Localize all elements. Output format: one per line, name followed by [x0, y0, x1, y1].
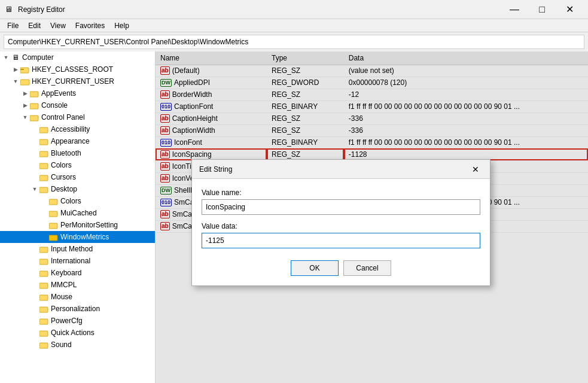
menu-edit[interactable]: Edit	[23, 19, 45, 32]
international-icon	[39, 257, 49, 265]
expand-controlpanel[interactable]	[20, 113, 30, 122]
expand-mouse	[30, 292, 39, 302]
svg-rect-19	[39, 175, 48, 181]
expand-hkcr[interactable]	[11, 65, 20, 74]
expand-personalization	[30, 304, 39, 314]
tree-label-computer: Computer	[22, 53, 54, 62]
tree-label-hkcu: HKEY_CURRENT_USER	[32, 77, 114, 86]
expand-muicached	[39, 208, 49, 218]
cancel-button[interactable]: Cancel	[343, 260, 391, 276]
expand-desktop-colors	[39, 196, 49, 206]
tree-label-mouse: Mouse	[51, 293, 72, 301]
tree-label-sound: Sound	[51, 341, 72, 349]
maximize-button[interactable]: □	[528, 0, 556, 19]
tree-item-powercfg[interactable]: PowerCfg	[0, 315, 155, 327]
tree-item-cursors[interactable]: Cursors	[0, 171, 155, 183]
menu-help[interactable]: Help	[109, 19, 134, 32]
expand-sound	[30, 340, 39, 349]
tree-item-keyboard[interactable]: Keyboard	[0, 267, 155, 279]
sound-icon	[39, 341, 49, 349]
dialog-overlay: Edit String ✕ Value name: Value data: OK…	[156, 51, 588, 383]
hkcu-icon	[20, 77, 30, 86]
svg-rect-37	[39, 283, 48, 288]
svg-rect-7	[30, 104, 38, 109]
svg-rect-35	[39, 271, 48, 276]
expand-colors	[30, 160, 39, 170]
dialog-close-button[interactable]: ✕	[468, 162, 483, 177]
minimize-button[interactable]: —	[501, 0, 528, 19]
tree-label-appevents: AppEvents	[41, 89, 76, 98]
accessibility-icon	[39, 125, 49, 133]
value-name-input[interactable]	[202, 199, 480, 215]
tree-item-colors[interactable]: Colors	[0, 159, 155, 171]
mmcpl-icon	[39, 281, 49, 289]
svg-rect-45	[39, 331, 48, 336]
tree-label-accessibility: Accessibility	[51, 125, 90, 133]
expand-permonitorsetting	[39, 220, 49, 230]
value-data-input[interactable]	[202, 233, 480, 248]
tree-label-keyboard: Keyboard	[51, 269, 81, 277]
tree-panel[interactable]: 🖥 Computer HKEY_CLASSES_ROOT HKEY_CURREN…	[0, 51, 156, 383]
expand-computer[interactable]	[1, 53, 11, 62]
svg-rect-23	[49, 199, 57, 205]
tree-label-appearance: Appearance	[51, 137, 90, 145]
tree-item-hkcu[interactable]: HKEY_CURRENT_USER	[0, 75, 155, 87]
tree-item-appevents[interactable]: AppEvents	[0, 87, 155, 99]
tree-label-international: International	[51, 257, 90, 265]
tree-label-console: Console	[41, 101, 68, 110]
tree-item-mmcpl[interactable]: MMCPL	[0, 279, 155, 291]
close-button[interactable]: ✕	[556, 0, 583, 19]
dialog-buttons: OK Cancel	[202, 260, 480, 276]
tree-item-inputmethod[interactable]: Input Method	[0, 243, 155, 255]
tree-item-hkcr[interactable]: HKEY_CLASSES_ROOT	[0, 63, 155, 75]
value-data-label: Value data:	[202, 222, 480, 230]
tree-item-computer[interactable]: 🖥 Computer	[0, 51, 155, 63]
tree-label-hkcr: HKEY_CLASSES_ROOT	[32, 65, 113, 74]
muicached-icon	[49, 209, 59, 217]
svg-rect-17	[39, 163, 48, 169]
permonitorsetting-icon	[49, 221, 59, 229]
expand-quickactions	[30, 328, 39, 338]
expand-appevents[interactable]	[20, 89, 30, 98]
data-panel: Name Type Data ab(Default)REG_SZ(value n…	[156, 51, 588, 383]
svg-rect-15	[39, 151, 48, 157]
expand-desktop[interactable]	[30, 184, 39, 194]
tree-item-desktop-colors[interactable]: Colors	[0, 195, 155, 207]
menu-favorites[interactable]: Favorites	[71, 19, 109, 32]
main-layout: 🖥 Computer HKEY_CLASSES_ROOT HKEY_CURREN…	[0, 51, 588, 383]
value-name-label: Value name:	[202, 189, 480, 197]
svg-rect-29	[49, 235, 57, 241]
tree-item-appearance[interactable]: Appearance	[0, 135, 155, 147]
menu-file[interactable]: File	[2, 19, 23, 32]
svg-rect-25	[49, 211, 57, 217]
tree-item-quickactions[interactable]: Quick Actions	[0, 327, 155, 339]
tree-item-console[interactable]: Console	[0, 99, 155, 111]
expand-appearance	[30, 136, 39, 146]
appevents-icon	[30, 89, 39, 98]
expand-hkcu[interactable]	[11, 77, 20, 86]
tree-item-bluetooth[interactable]: Bluetooth	[0, 147, 155, 159]
tree-item-mouse[interactable]: Mouse	[0, 291, 155, 303]
tree-item-muicached[interactable]: MuiCached	[0, 207, 155, 219]
tree-item-accessibility[interactable]: Accessibility	[0, 123, 155, 135]
tree-item-windowmetrics[interactable]: WindowMetrics	[0, 231, 155, 243]
svg-rect-31	[39, 247, 48, 253]
tree-item-personalization[interactable]: Personalization	[0, 303, 155, 315]
keyboard-icon	[39, 269, 49, 277]
tree-item-permonitorsetting[interactable]: PerMonitorSetting	[0, 219, 155, 231]
expand-accessibility	[30, 124, 39, 134]
tree-label-controlpanel: Control Panel	[41, 113, 85, 121]
menu-view[interactable]: View	[45, 19, 71, 32]
tree-item-controlpanel[interactable]: Control Panel	[0, 111, 155, 123]
svg-rect-47	[39, 343, 48, 348]
colors-icon	[39, 161, 49, 169]
svg-rect-13	[39, 139, 48, 145]
tree-item-international[interactable]: International	[0, 255, 155, 267]
tree-label-bluetooth: Bluetooth	[51, 149, 81, 157]
app-title: Registry Editor	[18, 5, 501, 14]
tree-item-desktop[interactable]: Desktop	[0, 183, 155, 195]
expand-console[interactable]	[20, 101, 30, 110]
tree-item-sound[interactable]: Sound	[0, 339, 155, 351]
ok-button[interactable]: OK	[291, 260, 339, 276]
tree-label-colors: Colors	[51, 161, 72, 169]
